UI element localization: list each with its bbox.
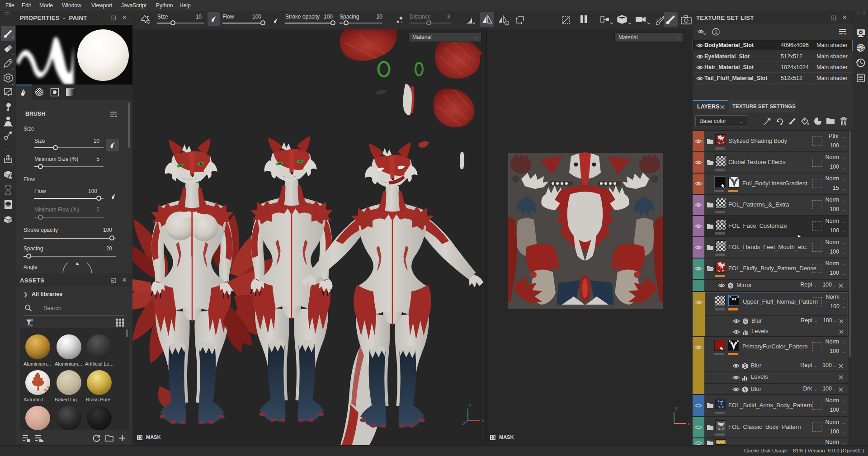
svg-text:X: X: [481, 418, 484, 423]
svg-text:U: U: [688, 422, 691, 426]
svg-text:1: 1: [714, 29, 717, 35]
svg-text:Y: Y: [469, 403, 472, 408]
svg-text:V: V: [675, 406, 678, 411]
